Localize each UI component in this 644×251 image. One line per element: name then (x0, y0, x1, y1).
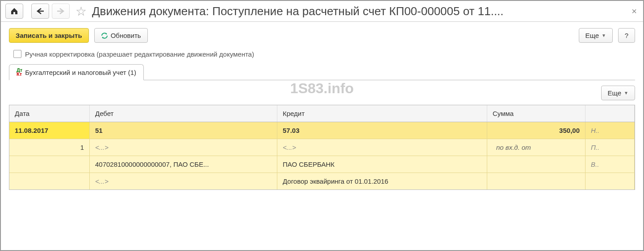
cell-last (585, 173, 635, 189)
cell-date: 1 (9, 139, 90, 156)
table-row[interactable]: 11.08.2017 51 57.03 350,00 Н.. (9, 122, 635, 139)
back-button[interactable] (31, 4, 49, 19)
table-row[interactable]: 40702810000000000007, ПАО СБЕ... ПАО СБЕ… (9, 156, 635, 173)
cell-credit: Договор эквайринга от 01.01.2016 (277, 173, 487, 189)
cell-credit: ПАО СБЕРБАНК (277, 156, 487, 173)
grid-header: Дата Дебет Кредит Сумма (9, 105, 635, 122)
cell-date: 11.08.2017 (9, 122, 90, 139)
more-label: Еще (585, 32, 599, 39)
help-label: ? (625, 32, 628, 39)
favorite-star-icon[interactable]: ☆ (73, 4, 88, 19)
manual-edit-row: Ручная корректировка (разрешает редактир… (1, 47, 643, 64)
col-header-sum[interactable]: Сумма (487, 105, 585, 122)
chevron-down-icon: ▼ (602, 33, 606, 38)
forward-button[interactable] (52, 4, 70, 19)
save-close-label: Записать и закрыть (16, 32, 82, 39)
cell-last: Н.. (585, 122, 635, 139)
refresh-icon (101, 32, 108, 39)
cell-sum (487, 156, 585, 173)
cell-last: П.. (585, 139, 635, 156)
table-row[interactable]: 1 <...> <...> по вх.д. от П.. (9, 139, 635, 156)
manual-edit-checkbox[interactable] (13, 50, 21, 58)
refresh-label: Обновить (111, 32, 141, 39)
more-button-2[interactable]: Еще ▼ (601, 86, 635, 100)
cell-sum: 350,00 (487, 122, 585, 139)
content-area: 1S83.info Еще ▼ Дата Дебет Кредит Сумма … (1, 80, 643, 195)
cell-credit: 57.03 (277, 122, 487, 139)
cell-debit: <...> (90, 139, 277, 156)
window: ☆ Движения документа: Поступление на рас… (0, 0, 644, 251)
tab-accounting-label: Бухгалтерский и налоговый учет (1) (25, 69, 136, 76)
close-icon[interactable]: × (630, 6, 639, 16)
cell-sum: по вх.д. от (487, 139, 585, 156)
col-header-credit[interactable]: Кредит (277, 105, 487, 122)
titlebar: ☆ Движения документа: Поступление на рас… (1, 1, 643, 22)
dtkt-icon: ДтКт (17, 68, 22, 76)
postings-grid: Дата Дебет Кредит Сумма 11.08.2017 51 57… (9, 105, 635, 190)
more-label-2: Еще (608, 89, 622, 97)
toolbar: Записать и закрыть Обновить Еще ▼ ? (1, 22, 643, 47)
chevron-down-icon: ▼ (624, 91, 628, 95)
window-title: Движения документа: Поступление на расче… (92, 4, 626, 18)
more-button[interactable]: Еще ▼ (579, 28, 613, 43)
col-header-date[interactable]: Дата (9, 105, 90, 122)
cell-date (9, 173, 90, 189)
cell-credit: <...> (277, 139, 487, 156)
col-header-debit[interactable]: Дебет (90, 105, 277, 122)
col-header-last (585, 105, 635, 122)
grid-body: 11.08.2017 51 57.03 350,00 Н.. 1 <...> <… (9, 122, 635, 189)
home-button[interactable] (5, 4, 23, 19)
help-button[interactable]: ? (618, 28, 635, 43)
cell-sum (487, 173, 585, 189)
cell-debit: 51 (90, 122, 277, 139)
tab-accounting[interactable]: ДтКт Бухгалтерский и налоговый учет (1) (9, 64, 144, 80)
save-close-button[interactable]: Записать и закрыть (9, 28, 89, 43)
cell-last: В.. (585, 156, 635, 173)
manual-edit-label: Ручная корректировка (разрешает редактир… (25, 50, 254, 58)
table-row[interactable]: <...> Договор эквайринга от 01.01.2016 (9, 173, 635, 189)
cell-debit: <...> (90, 173, 277, 189)
refresh-button[interactable]: Обновить (94, 28, 148, 43)
tabstrip: ДтКт Бухгалтерский и налоговый учет (1) (1, 64, 643, 80)
cell-debit: 40702810000000000007, ПАО СБЕ... (90, 156, 277, 173)
cell-date (9, 156, 90, 173)
